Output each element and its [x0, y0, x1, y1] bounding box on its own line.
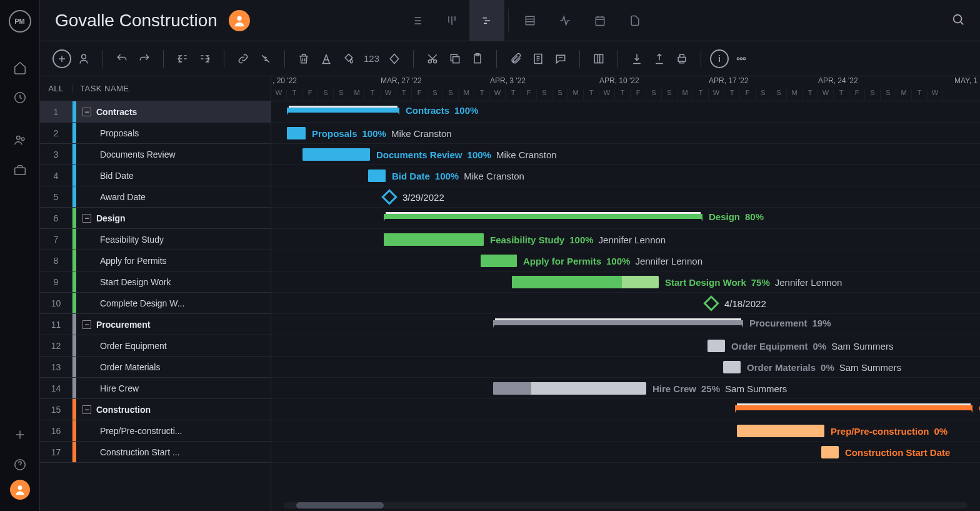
horizontal-scrollbar[interactable]	[284, 502, 968, 508]
add-icon[interactable]	[0, 420, 40, 450]
gantt-row: Order Materials0%Sam Summers	[271, 357, 980, 378]
info-button[interactable]: i	[710, 49, 729, 68]
columns-button[interactable]	[589, 49, 609, 69]
briefcase-icon[interactable]	[0, 155, 40, 185]
assign-button[interactable]	[74, 49, 94, 69]
user-avatar[interactable]	[10, 480, 30, 500]
copy-button[interactable]	[445, 49, 465, 69]
timeline-day-label: F	[521, 89, 537, 101]
app-logo[interactable]: PM	[9, 10, 31, 33]
activity-view-tab[interactable]	[548, 0, 582, 41]
task-row[interactable]: 3Documents Review	[40, 144, 271, 165]
task-row[interactable]: 9Start Design Work	[40, 271, 271, 293]
search-icon[interactable]	[951, 13, 965, 28]
cut-button[interactable]	[422, 49, 442, 69]
collapse-icon[interactable]: −	[82, 405, 91, 414]
svg-rect-18	[678, 57, 686, 61]
collapse-icon[interactable]: −	[82, 320, 91, 329]
timeline-day-label: S	[771, 89, 787, 101]
import-button[interactable]	[627, 49, 647, 69]
gantt-bar[interactable]: Proposals100%Mike Cranston	[287, 127, 306, 139]
outdent-button[interactable]	[172, 49, 192, 69]
task-row[interactable]: 7Feasibility Study	[40, 229, 271, 250]
gantt-bar[interactable]: Documents Review100%Mike Cranston	[302, 148, 370, 161]
list-view-tab[interactable]	[399, 0, 434, 41]
gantt-view-tab[interactable]	[469, 0, 504, 41]
gantt-bar[interactable]: Bid Date100%Mike Cranston	[368, 169, 386, 182]
task-row[interactable]: 8Apply for Permits	[40, 250, 271, 271]
milestone-label: 3/29/2022	[402, 191, 444, 202]
task-row[interactable]: 6−Design	[40, 208, 271, 229]
task-row[interactable]: 5Award Date	[40, 186, 271, 208]
delete-button[interactable]	[294, 49, 314, 69]
text-style-button[interactable]	[316, 49, 336, 69]
task-row[interactable]: 16Prep/Pre-constructi...	[40, 420, 271, 442]
export-button[interactable]	[649, 49, 669, 69]
gantt-bar[interactable]: Feasibility Study100%Jennifer Lennon	[384, 233, 484, 246]
task-row[interactable]: 15−Construction	[40, 399, 271, 420]
gantt-bar[interactable]: Design80%	[384, 214, 702, 219]
timeline-week-label: APR, 17 '22	[709, 76, 749, 85]
calendar-view-tab[interactable]	[582, 0, 618, 41]
indent-button[interactable]	[195, 49, 215, 69]
timeline-day-label: S	[537, 89, 552, 101]
unlink-button[interactable]	[256, 49, 276, 69]
task-row[interactable]: 13Order Materials	[40, 357, 271, 378]
help-icon[interactable]	[0, 450, 40, 480]
task-row[interactable]: 2Proposals	[40, 123, 271, 144]
gantt-bar[interactable]: Construction	[735, 405, 972, 410]
gantt-bar[interactable]: Order Equipment0%Sam Summers	[708, 340, 725, 352]
board-view-tab[interactable]	[434, 0, 469, 41]
task-row-number: 15	[40, 399, 72, 420]
link-button[interactable]	[233, 49, 253, 69]
task-row[interactable]: 12Order Equipment	[40, 335, 271, 357]
notes-button[interactable]	[528, 49, 548, 69]
gantt-bar[interactable]: Construction Start Date	[821, 446, 839, 458]
gantt-bar-label: Contracts100%	[406, 105, 478, 116]
collapse-icon[interactable]: −	[82, 108, 91, 116]
gantt-chart[interactable]: , 20 '22 MAY, 1 MAR, 27 '22APR, 3 '22APR…	[271, 76, 980, 511]
recent-icon[interactable]	[0, 83, 40, 113]
milestone-button[interactable]	[384, 49, 404, 69]
gantt-bar[interactable]: Contracts100%	[287, 108, 399, 113]
gantt-bar[interactable]: Start Design Work75%Jennifer Lennon	[512, 276, 659, 288]
column-task-name[interactable]: TASK NAME	[72, 84, 137, 93]
timeline-day-label: S	[646, 89, 662, 101]
task-name-cell: −Procurement	[76, 320, 271, 330]
undo-button[interactable]	[112, 49, 132, 69]
gantt-bar[interactable]: Hire Crew25%Sam Summers	[493, 382, 646, 395]
collapse-icon[interactable]: −	[82, 214, 91, 223]
gantt-bar[interactable]: Procurement19%	[493, 320, 743, 325]
gantt-bar-label: Feasibility Study100%Jennifer Lennon	[490, 235, 666, 245]
task-row[interactable]: 4Bid Date	[40, 165, 271, 186]
task-name-cell: Feasibility Study	[76, 235, 271, 245]
task-row[interactable]: 1−Contracts	[40, 101, 271, 123]
task-row-number: 1	[40, 101, 72, 122]
paste-button[interactable]	[468, 49, 488, 69]
files-view-tab[interactable]	[618, 0, 652, 41]
attachment-button[interactable]	[506, 49, 526, 69]
redo-button[interactable]	[134, 49, 154, 69]
task-row-number: 6	[40, 208, 72, 228]
column-all[interactable]: ALL	[40, 84, 72, 93]
sheet-view-tab[interactable]	[512, 0, 548, 41]
task-row[interactable]: 10Complete Design W...	[40, 293, 271, 314]
gantt-bar[interactable]: Apply for Permits100%Jennifer Lennon	[481, 255, 517, 267]
more-button[interactable]	[731, 49, 751, 69]
print-button[interactable]	[672, 49, 692, 69]
home-icon[interactable]	[0, 53, 40, 83]
task-row[interactable]: 11−Procurement	[40, 314, 271, 335]
task-name-cell: Proposals	[76, 128, 271, 138]
task-row[interactable]: 17Construction Start ...	[40, 442, 271, 463]
project-owner-avatar[interactable]	[229, 10, 250, 31]
comment-button[interactable]	[551, 49, 571, 69]
milestone-icon[interactable]	[381, 189, 397, 205]
team-icon[interactable]	[0, 125, 40, 155]
task-row[interactable]: 14Hire Crew	[40, 378, 271, 399]
gantt-bar[interactable]: Prep/Pre-construction0%	[737, 425, 824, 437]
task-row-number: 9	[40, 271, 72, 292]
gantt-bar[interactable]: Order Materials0%Sam Summers	[723, 361, 741, 373]
fill-color-button[interactable]	[339, 49, 359, 69]
add-task-button[interactable]	[52, 49, 71, 68]
milestone-icon[interactable]	[703, 295, 719, 311]
